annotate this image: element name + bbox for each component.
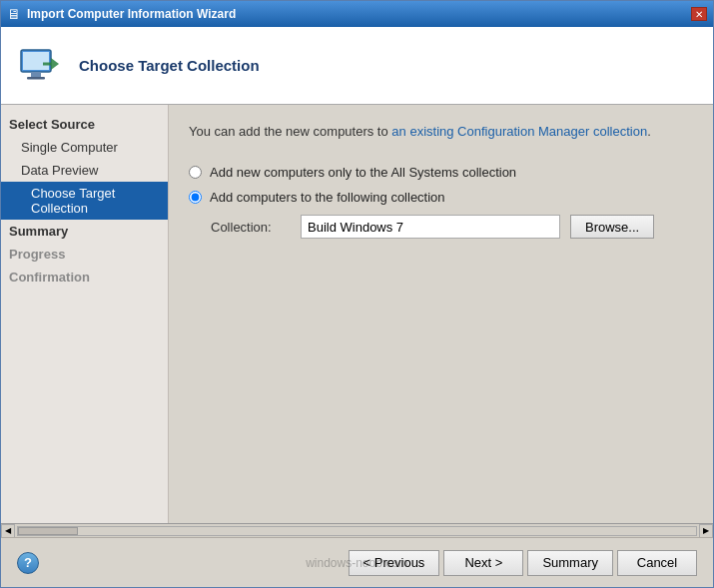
footer-buttons: < Previous Next > Summary Cancel bbox=[349, 550, 697, 576]
sidebar-item-single-computer[interactable]: Single Computer bbox=[1, 136, 168, 159]
scrollbar: ◀ ▶ bbox=[1, 523, 713, 537]
radio-group: Add new computers only to the All System… bbox=[189, 165, 693, 239]
cancel-button[interactable]: Cancel bbox=[617, 550, 697, 576]
window-title: Import Computer Information Wizard bbox=[27, 7, 236, 21]
collection-label: Collection: bbox=[211, 220, 291, 235]
footer: ? < Previous Next > Summary Cancel bbox=[1, 537, 713, 587]
header-title: Choose Target Collection bbox=[79, 57, 260, 74]
scroll-track[interactable] bbox=[17, 526, 697, 536]
sidebar-item-select-source[interactable]: Select Source bbox=[1, 113, 168, 136]
svg-rect-2 bbox=[31, 72, 41, 77]
browse-button[interactable]: Browse... bbox=[570, 215, 654, 239]
svg-rect-5 bbox=[43, 62, 51, 65]
scroll-thumb[interactable] bbox=[18, 527, 78, 535]
next-button[interactable]: Next > bbox=[443, 550, 523, 576]
svg-marker-4 bbox=[51, 58, 59, 70]
summary-button[interactable]: Summary bbox=[527, 550, 613, 576]
info-text-after: . bbox=[647, 124, 651, 139]
sidebar-item-choose-target[interactable]: Choose Target Collection bbox=[1, 182, 168, 220]
radio-following-collection-label: Add computers to the following collectio… bbox=[210, 190, 445, 205]
radio-all-systems-label: Add new computers only to the All System… bbox=[210, 165, 516, 180]
radio-all-systems[interactable] bbox=[189, 166, 202, 179]
scroll-left[interactable]: ◀ bbox=[1, 524, 15, 538]
collection-input[interactable] bbox=[301, 215, 560, 239]
radio-row-all-systems: Add new computers only to the All System… bbox=[189, 165, 693, 180]
title-bar: 🖥 Import Computer Information Wizard ✕ bbox=[1, 1, 713, 27]
main-content: You can add the new computers to an exis… bbox=[169, 105, 713, 523]
sidebar-item-data-preview[interactable]: Data Preview bbox=[1, 159, 168, 182]
scroll-right[interactable]: ▶ bbox=[699, 524, 713, 538]
radio-following-collection[interactable] bbox=[189, 191, 202, 204]
info-text-before: You can add the new computers to bbox=[189, 124, 391, 139]
sidebar-item-summary[interactable]: Summary bbox=[1, 220, 168, 243]
wizard-icon bbox=[17, 42, 65, 90]
wizard-header: Choose Target Collection bbox=[1, 27, 713, 105]
collection-row: Collection: Browse... bbox=[211, 215, 693, 239]
sidebar-item-progress: Progress bbox=[1, 243, 168, 266]
help-button[interactable]: ? bbox=[17, 552, 39, 574]
content-area: Select Source Single Computer Data Previ… bbox=[1, 105, 713, 523]
radio-row-following-collection: Add computers to the following collectio… bbox=[189, 190, 693, 205]
info-text: You can add the new computers to an exis… bbox=[189, 123, 693, 141]
svg-rect-3 bbox=[27, 77, 45, 80]
wizard-window: 🖥 Import Computer Information Wizard ✕ C… bbox=[0, 0, 714, 588]
info-link[interactable]: an existing Configuration Manager collec… bbox=[391, 124, 647, 139]
previous-button[interactable]: < Previous bbox=[349, 550, 440, 576]
svg-rect-1 bbox=[23, 52, 49, 70]
sidebar: Select Source Single Computer Data Previ… bbox=[1, 105, 169, 523]
close-button[interactable]: ✕ bbox=[691, 7, 707, 21]
sidebar-item-confirmation: Confirmation bbox=[1, 266, 168, 289]
